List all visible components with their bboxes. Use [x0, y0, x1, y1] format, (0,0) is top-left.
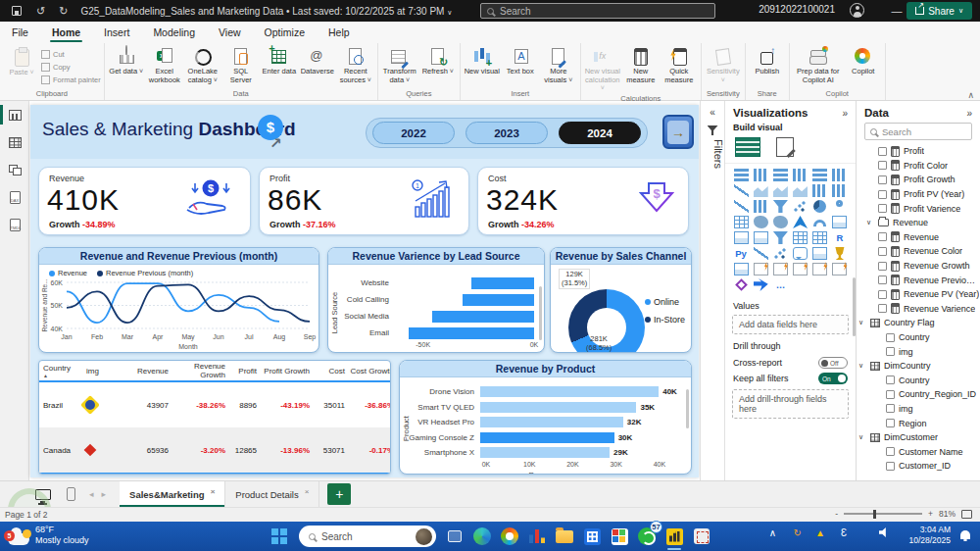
visual-type-icon[interactable] [832, 247, 847, 260]
quick-measure-button[interactable]: Quick measure [661, 45, 698, 88]
ribbon-tab-insert[interactable]: Insert [92, 23, 141, 42]
pane-scrollbar[interactable] [853, 277, 856, 336]
visual-type-icon[interactable] [773, 216, 788, 228]
visual-type-icon[interactable] [832, 184, 847, 197]
text-box-button[interactable]: Text box [502, 45, 539, 88]
visual-type-icon[interactable] [832, 169, 847, 181]
field-checkbox[interactable] [878, 276, 887, 284]
refresh-button[interactable]: Refresh [419, 45, 457, 88]
field-checkbox[interactable] [878, 262, 887, 271]
table-row[interactable]: Brazil43907-38.26%8896-43.19%35011-36.86… [39, 382, 390, 427]
expand-chevron[interactable]: ∨ [858, 433, 866, 441]
field-checkbox[interactable] [878, 304, 887, 313]
field-row[interactable]: ∨ Country_Region_ID [857, 387, 980, 402]
model-view-button[interactable] [0, 156, 29, 183]
field-checkbox[interactable] [878, 204, 887, 213]
field-row[interactable]: ∨ Profit [857, 144, 980, 159]
field-row[interactable]: ∨ Customer_ID [857, 459, 980, 474]
expand-filters-icon[interactable]: « [701, 101, 724, 118]
visual-type-icon[interactable] [793, 184, 808, 197]
recent-sources-button[interactable]: Recent sources [337, 45, 374, 88]
field-checkbox[interactable] [886, 419, 895, 427]
warning-icon[interactable]: ▲ [815, 527, 825, 538]
kpi-card-profit[interactable]: Profit 86K Growth -37.16% 1 [259, 167, 469, 235]
excel-workbook-button[interactable]: Excel workbook [146, 45, 183, 88]
ribbon-tab-modeling[interactable]: Modeling [141, 23, 207, 42]
visual-type-icon[interactable] [734, 169, 749, 181]
visual-type-icon[interactable]: … [773, 278, 788, 291]
year-button-2024[interactable]: 2024 [559, 122, 641, 144]
field-checkbox[interactable] [878, 175, 887, 184]
column-header[interactable]: Cost Growth [345, 367, 391, 376]
ribbon-tab-view[interactable]: View [207, 23, 253, 42]
ribbon-tab-optimize[interactable]: Optimize [253, 23, 317, 42]
format-painter-button[interactable]: Format painter [41, 74, 101, 86]
tmdl-view-button[interactable] [0, 211, 29, 238]
field-row[interactable]: ∨ img [857, 344, 980, 359]
visual-type-icon[interactable] [773, 169, 788, 181]
visual-type-icon[interactable] [773, 184, 788, 197]
year-button-2023[interactable]: 2023 [466, 122, 548, 144]
visual-type-icon[interactable] [754, 263, 768, 276]
chart-scrollbar[interactable] [686, 389, 689, 428]
build-visual-mode-icon[interactable] [735, 137, 760, 157]
visual-type-icon[interactable] [793, 263, 808, 276]
visual-type-icon[interactable] [832, 216, 847, 228]
expand-chevron[interactable]: ∨ [866, 219, 874, 226]
redo-icon[interactable]: ↻ [59, 5, 68, 18]
edge-browser-button[interactable] [471, 526, 493, 547]
zoom-control[interactable]: - + 81% [835, 509, 972, 519]
field-row[interactable]: ∨ DimCustomer [857, 430, 980, 445]
format-visual-mode-icon[interactable] [776, 137, 794, 157]
sensitivity-button[interactable]: Sensitivity [705, 45, 742, 88]
field-row[interactable]: ∨ Revenue Previous ... [857, 273, 980, 287]
titlebar-search-input[interactable]: Search [480, 3, 715, 19]
undo-icon[interactable]: ↺ [36, 5, 45, 18]
field-row[interactable]: ∨ Profit Color [857, 159, 980, 174]
save-icon[interactable] [12, 6, 22, 16]
visual-type-icon[interactable] [734, 216, 749, 228]
visual-type-icon[interactable] [773, 247, 788, 260]
kpi-card-revenue[interactable]: Revenue 410K Growth -34.89% $ [38, 167, 251, 235]
sql-server-button[interactable]: SQL Server [222, 45, 260, 88]
copilot-button[interactable] [499, 526, 520, 547]
visual-type-icon[interactable] [793, 231, 808, 244]
table-row[interactable]: Canada65936-3.20%12865-13.96%53071-0.17% [39, 427, 390, 473]
visual-type-icon[interactable] [773, 231, 788, 244]
visual-type-icon[interactable] [793, 200, 808, 213]
app-tray-icon[interactable]: Ɛ [841, 527, 847, 538]
visual-type-icon[interactable] [734, 263, 749, 276]
kpi-card-cost[interactable]: Cost 324K Growth -34.26% $ [477, 167, 689, 235]
visual-type-icon[interactable] [754, 169, 768, 181]
visual-type-icon[interactable] [754, 216, 768, 228]
field-checkbox[interactable] [886, 390, 895, 399]
visual-type-icon[interactable] [812, 263, 827, 276]
field-checkbox[interactable] [878, 290, 887, 299]
donut-chart-card[interactable]: Revenue by Sales Channel 129K(31.5%) 281… [550, 247, 692, 353]
field-row[interactable]: ∨ Country Flag [857, 316, 980, 330]
bar[interactable] [463, 294, 534, 306]
table-view-button[interactable] [0, 128, 29, 156]
power-bi-button[interactable] [663, 526, 685, 547]
column-header[interactable]: Revenue Growth [169, 362, 225, 379]
visual-type-icon[interactable] [836, 200, 843, 207]
task-view-button[interactable] [444, 526, 466, 547]
prep-data-for-copilot-ai-button[interactable]: Prep data for Copilot AI [793, 45, 844, 88]
field-row[interactable]: ∨ Region [857, 416, 980, 430]
next-page-button[interactable]: → [662, 115, 694, 149]
ribbon-tab-file[interactable]: File [0, 23, 40, 42]
year-button-2022[interactable]: 2022 [372, 122, 455, 144]
visual-type-icon[interactable] [773, 200, 788, 213]
visual-type-icon[interactable]: Py [734, 247, 749, 260]
field-row[interactable]: ∨ Customer Name [857, 444, 980, 459]
bar[interactable] [480, 402, 636, 413]
field-checkbox[interactable] [878, 147, 887, 156]
page-tab-sales-marketing[interactable]: Sales&Marketing× [120, 481, 225, 508]
start-button[interactable] [271, 528, 287, 544]
visual-type-icon[interactable] [812, 169, 827, 181]
column-header[interactable]: Revenue [129, 367, 169, 376]
field-row[interactable]: ∨ Revenue PV (Year) [857, 287, 980, 302]
field-row[interactable]: ∨ img [857, 402, 980, 417]
visual-type-icon[interactable] [812, 247, 827, 260]
chart-app-button[interactable] [526, 526, 548, 547]
